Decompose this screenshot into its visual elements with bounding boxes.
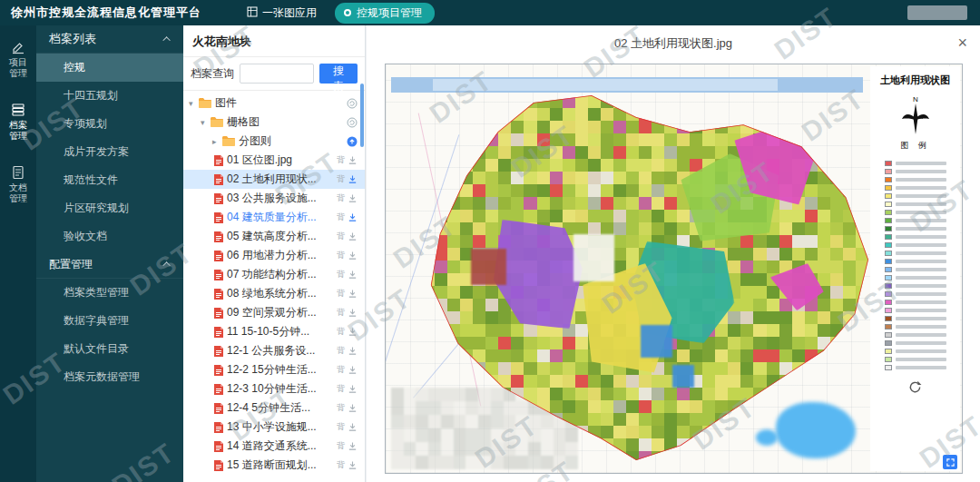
legend-swatch	[885, 340, 892, 346]
background-action[interactable]: 背	[337, 383, 345, 395]
download-icon[interactable]	[348, 346, 358, 356]
background-action[interactable]: 背	[337, 326, 345, 338]
background-action[interactable]: 背	[337, 345, 345, 357]
background-action[interactable]: 背	[337, 211, 345, 223]
tree-file[interactable]: 01 区位图.jpg背	[183, 151, 365, 170]
scrollbar-thumb[interactable]	[360, 84, 364, 147]
download-icon[interactable]	[348, 289, 358, 299]
download-icon[interactable]	[348, 403, 358, 413]
jpg-file-icon	[214, 193, 223, 204]
refresh-icon[interactable]	[347, 98, 358, 109]
file-label: 03 公共服务设施...	[227, 191, 337, 206]
download-icon[interactable]	[348, 384, 358, 394]
background-action[interactable]: 背	[337, 173, 345, 185]
background-action[interactable]: 背	[337, 364, 345, 376]
sidebar-config-item[interactable]: 默认文件目录	[36, 335, 183, 363]
sidebar-item[interactable]: 控规	[36, 54, 183, 82]
download-icon[interactable]	[348, 155, 358, 165]
background-action[interactable]: 背	[337, 459, 345, 471]
background-action[interactable]: 背	[337, 307, 345, 319]
tree-folder[interactable]: ▸分图则	[183, 132, 365, 151]
one-map-app-link[interactable]: 一张图应用	[247, 5, 317, 21]
download-icon[interactable]	[348, 327, 358, 337]
sidebar-config-item[interactable]: 档案元数据管理	[36, 363, 183, 391]
user-account-area[interactable]	[907, 5, 967, 20]
tree-file[interactable]: 03 公共服务设施...背	[183, 189, 365, 208]
rail-item[interactable]: 文档管理	[6, 165, 30, 204]
background-action[interactable]: 背	[337, 231, 345, 242]
background-action[interactable]: 背	[337, 440, 345, 452]
download-icon[interactable]	[348, 460, 358, 470]
tree-folder[interactable]: ▾栅格图	[183, 113, 365, 132]
active-app-pill[interactable]: 控规项目管理	[335, 3, 435, 24]
sidebar-item[interactable]: 验收文档	[36, 222, 183, 251]
tree-file[interactable]: 04 建筑质量分析...背	[183, 208, 365, 227]
download-icon[interactable]	[348, 193, 358, 203]
download-icon[interactable]	[348, 422, 358, 432]
caret-right-icon[interactable]: ▸	[212, 137, 222, 146]
download-icon[interactable]	[348, 270, 358, 280]
tree-file[interactable]: 12-4 5分钟生活...背	[183, 398, 365, 418]
download-icon[interactable]	[348, 251, 358, 261]
tree-file[interactable]: 12-3 10分钟生活...背	[183, 379, 365, 398]
refresh-icon[interactable]	[347, 117, 358, 128]
sidebar-item[interactable]: 成片开发方案	[36, 138, 183, 166]
background-action[interactable]: 背	[337, 402, 345, 414]
download-icon[interactable]	[348, 365, 358, 375]
tree-file[interactable]: 12-2 15分钟生活...背	[183, 360, 365, 379]
sidebar-item[interactable]: 专项规划	[36, 110, 183, 138]
map-title-banner	[391, 77, 863, 93]
tree-file[interactable]: 14 道路交通系统...背	[183, 437, 365, 456]
sidebar-config-item[interactable]: 档案类型管理	[36, 279, 183, 307]
download-icon[interactable]	[348, 174, 358, 184]
legend-item	[885, 208, 946, 216]
tree-folder[interactable]: ▾图件	[183, 93, 365, 113]
legend-text-blur	[896, 276, 946, 280]
sidebar-header[interactable]: 档案列表	[36, 25, 183, 54]
rail: 项目管理档案管理文档管理	[0, 25, 36, 482]
tree-file[interactable]: 05 建筑高度分析...背	[183, 227, 365, 246]
tree-file[interactable]: 13 中小学设施规...背	[183, 418, 365, 437]
rail-item[interactable]: 项目管理	[6, 40, 30, 79]
tree-file[interactable]: 08 绿地系统分析...背	[183, 284, 365, 303]
rotate-icon[interactable]	[908, 380, 922, 394]
background-action[interactable]: 背	[337, 250, 345, 261]
rail-item[interactable]: 档案管理	[6, 103, 30, 142]
fit-screen-icon[interactable]	[943, 455, 957, 469]
background-action[interactable]: 背	[337, 421, 345, 433]
sync-icon[interactable]	[347, 136, 358, 147]
search-button[interactable]: 搜索	[319, 64, 358, 84]
close-icon[interactable]: ×	[957, 34, 967, 52]
download-icon[interactable]	[348, 441, 358, 451]
file-label: 11 15-10-5分钟...	[227, 324, 337, 339]
tree-file[interactable]: 02 土地利用现状...背	[183, 170, 365, 189]
north-arrow-icon: N	[900, 94, 931, 138]
background-action[interactable]: 背	[337, 269, 345, 280]
lake	[756, 429, 778, 446]
background-action[interactable]: 背	[337, 192, 345, 204]
legend-item	[885, 314, 946, 322]
download-icon[interactable]	[348, 212, 358, 222]
download-icon[interactable]	[348, 231, 358, 241]
tree-file[interactable]: 15 道路断面规划...背	[183, 456, 365, 475]
tree-file[interactable]: 09 空间景观分析...背	[183, 303, 365, 322]
legend-swatch	[885, 177, 892, 182]
tree-file[interactable]: 06 用地潜力分析...背	[183, 246, 365, 265]
caret-down-icon[interactable]: ▾	[201, 118, 211, 127]
sidebar-item[interactable]: 十四五规划	[36, 82, 183, 110]
background-action[interactable]: 背	[337, 154, 345, 166]
sidebar-section-config[interactable]: 配置管理	[36, 251, 183, 279]
sidebar-item[interactable]: 规范性文件	[36, 166, 183, 194]
sidebar-config-item[interactable]: 数据字典管理	[36, 307, 183, 335]
map-image[interactable]: 土地利用现状图 N 图 例	[385, 64, 963, 474]
caret-down-icon[interactable]: ▾	[189, 99, 199, 108]
background-action[interactable]: 背	[337, 288, 345, 300]
sidebar-item[interactable]: 片区研究规划	[36, 194, 183, 222]
search-input[interactable]	[240, 64, 314, 84]
legend-item	[885, 290, 946, 298]
tree-file[interactable]: 12-1 公共服务设...背	[183, 341, 365, 360]
download-icon[interactable]	[348, 308, 358, 318]
tree-file[interactable]: 07 功能结构分析...背	[183, 265, 365, 284]
tree-file[interactable]: 11 15-10-5分钟...背	[183, 322, 365, 341]
legend-text-blur	[896, 325, 946, 329]
